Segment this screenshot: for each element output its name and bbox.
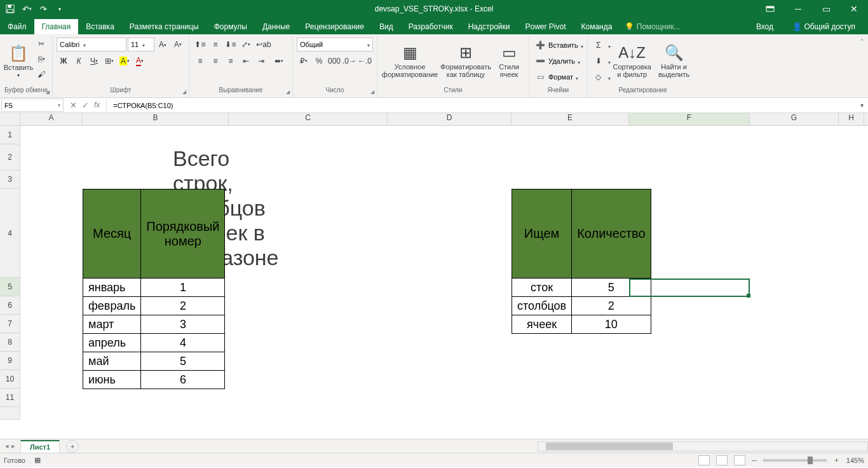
font-color-button[interactable]: A▾ [133,54,147,68]
clear-icon[interactable]: ◇ [592,70,606,84]
ribbon-options-icon[interactable] [756,0,784,18]
close-button[interactable]: ✕ [840,0,868,18]
select-all-corner[interactable] [0,113,20,125]
currency-button[interactable]: ₽▾ [297,54,311,68]
tab-developer[interactable]: Разработчик [401,19,461,34]
col-header-B[interactable]: B [83,113,229,125]
tab-addins[interactable]: Надстройки [461,19,518,34]
increase-decimal-button[interactable]: .0→ [342,54,356,68]
find-select-button[interactable]: 🔍Найти и выделить [654,37,695,85]
col-header-G[interactable]: G [750,113,839,125]
align-left-button[interactable]: ≡ [193,54,207,68]
launcher-icon[interactable]: ◢ [46,89,50,95]
sheet-tab-1[interactable]: Лист1 [20,440,60,453]
tab-review[interactable]: Рецензирование [297,19,372,34]
align-center-button[interactable]: ≡ [208,54,222,68]
col-header-A[interactable]: A [20,113,83,125]
name-box[interactable]: F5▾ [1,99,64,112]
tab-home[interactable]: Главная [34,19,79,34]
insert-function-icon[interactable]: fx [94,100,100,110]
row-header-6[interactable]: 6 [0,296,20,315]
tab-view[interactable]: Вид [372,19,401,34]
grow-font-button[interactable]: A▴ [156,38,170,52]
orientation-button[interactable]: ⤢▾ [239,38,253,52]
enter-formula-icon[interactable]: ✓ [82,100,89,110]
share-button[interactable]: 👤 Общий доступ [785,19,863,34]
zoom-value[interactable]: 145% [846,457,864,464]
row-header-5[interactable]: 5 [0,278,20,296]
comma-button[interactable]: 000 [327,54,341,68]
tab-powerpivot[interactable]: Power Pivot [517,19,573,34]
login-button[interactable]: Вход [749,19,781,34]
row-header-7[interactable]: 7 [0,315,20,333]
number-format-dropdown[interactable]: Общий [297,38,373,52]
row-header-9[interactable]: 9 [0,352,20,370]
align-middle-button[interactable]: ≡ [208,38,222,52]
tab-team[interactable]: Команда [574,19,620,34]
tab-insert[interactable]: Вставка [78,19,122,34]
save-icon[interactable] [4,3,17,15]
percent-button[interactable]: % [312,54,326,68]
horizontal-scrollbar[interactable] [538,441,868,451]
launcher-icon[interactable]: ◢ [370,89,374,95]
underline-button[interactable]: Ч▾ [87,54,101,68]
prev-sheet-icon[interactable]: ◂ [5,442,9,450]
cell-styles-button[interactable]: ▭Стили ячеек [493,37,525,85]
cancel-formula-icon[interactable]: ✕ [70,100,77,110]
record-macro-icon[interactable]: ▦ [34,456,41,464]
zoom-out-button[interactable]: ─ [752,457,757,464]
bold-button[interactable]: Ж [57,54,71,68]
merge-button[interactable]: ⬌▾ [269,54,288,68]
col-header-C[interactable]: C [229,113,388,125]
conditional-formatting-button[interactable]: ▦Условное форматирование [381,37,438,85]
collapse-ribbon-icon[interactable]: ˄ [857,36,868,97]
col-header-F[interactable]: F [629,113,750,125]
font-name-dropdown[interactable]: Calibri [57,38,126,52]
normal-view-button[interactable] [698,455,710,465]
sort-filter-button[interactable]: A↓ZСортировка и фильтр [611,37,654,85]
row-header-12[interactable] [0,407,20,420]
add-sheet-button[interactable]: + [66,440,79,453]
page-break-view-button[interactable] [734,455,745,465]
shrink-font-button[interactable]: A▾ [171,38,185,52]
expand-formula-bar-icon[interactable]: ▾ [855,102,868,109]
page-layout-view-button[interactable] [716,455,728,465]
format-cells-button[interactable]: Формат [548,73,573,81]
zoom-slider[interactable] [763,459,827,462]
row-header-10[interactable]: 10 [0,370,20,389]
formula-bar[interactable]: =СТРОКА(B5:C10) [106,99,855,112]
tab-layout[interactable]: Разметка страницы [122,19,207,34]
copy-button[interactable]: ⎘▾ [34,52,48,66]
align-bottom-button[interactable]: ⬇≡ [224,38,238,52]
wrap-text-button[interactable]: ↩ab [254,38,273,52]
row-header-1[interactable]: 1 [0,126,20,144]
undo-icon[interactable]: ↶▾ [20,3,33,15]
borders-button[interactable]: ⊞▾ [102,54,116,68]
row-header-11[interactable]: 11 [0,389,20,407]
delete-cells-button[interactable]: Удалить [548,57,575,65]
autosum-icon[interactable]: Σ [592,38,606,52]
tab-formulas[interactable]: Формулы [207,19,255,34]
row-header-4[interactable]: 4 [0,189,20,278]
maximize-button[interactable]: ▭ [812,0,840,18]
launcher-icon[interactable]: ◢ [286,89,290,95]
qat-customize-icon[interactable]: ▾ [53,3,66,15]
cut-button[interactable]: ✂ [34,37,48,51]
row-header-3[interactable]: 3 [0,170,20,189]
help-tell-me[interactable]: 💡 Помощник... [620,19,685,34]
paste-button[interactable]: 📋 Вставить ▾ [4,37,33,85]
tab-file[interactable]: Файл [0,19,34,34]
launcher-icon[interactable]: ◢ [182,89,186,95]
minimize-button[interactable]: ─ [784,0,812,18]
next-sheet-icon[interactable]: ▸ [11,442,15,450]
font-size-dropdown[interactable]: 11 [128,38,154,52]
decrease-indent-button[interactable]: ⇤ [239,54,253,68]
col-header-H[interactable]: H [839,113,864,125]
align-top-button[interactable]: ⬆≡ [193,38,207,52]
redo-icon[interactable]: ↷ [37,3,50,15]
insert-cells-button[interactable]: Вставить [548,41,578,49]
format-as-table-button[interactable]: ⊞Форматировать как таблицу [438,37,493,85]
fill-color-button[interactable]: A▾ [118,54,132,68]
tab-data[interactable]: Данные [255,19,297,34]
decrease-decimal-button[interactable]: ←.0 [358,54,372,68]
